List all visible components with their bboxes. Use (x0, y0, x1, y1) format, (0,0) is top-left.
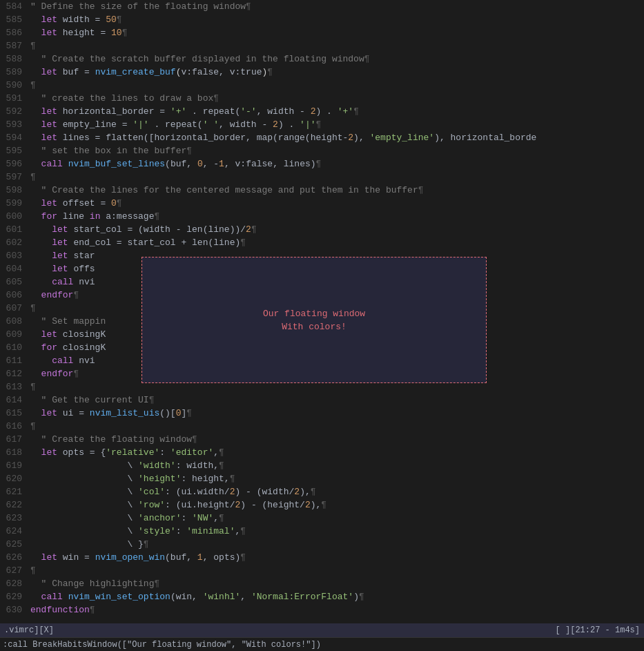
code-line: 586 let height = 10¶ (0, 26, 644, 39)
code-segment: ¶ (240, 552, 246, 563)
code-line: 584" Define the size of the floating win… (0, 0, 644, 13)
code-segment: ¶ (186, 146, 192, 156)
code-segment: 'width' (138, 460, 176, 471)
code-segment (30, 552, 41, 563)
line-content: " create the lines to draw a box¶ (28, 92, 644, 105)
code-segment: ), (353, 133, 369, 143)
code-segment (30, 159, 41, 169)
code-segment: buf = (57, 67, 95, 77)
code-segment: let (41, 28, 57, 38)
code-segment: ) . (316, 106, 338, 117)
code-segment: ) - (width/ (235, 487, 294, 497)
line-content: ¶ (28, 420, 644, 433)
code-segment (30, 106, 41, 117)
code-segment: ¶ (30, 41, 36, 51)
code-segment (30, 277, 52, 287)
code-segment: ¶ (117, 14, 122, 25)
code-segment (30, 342, 41, 353)
code-segment: ¶ (30, 421, 36, 431)
code-segment: ¶ (149, 395, 155, 405)
line-number: 614 (0, 393, 28, 407)
code-segment: 0 (197, 159, 203, 169)
code-line: 618 let opts = {'relative': 'editor',¶ (0, 446, 644, 459)
code-segment: let (41, 552, 57, 563)
code-segment: nvi (73, 277, 95, 287)
code-segment: " Create the floating window (41, 434, 192, 445)
line-number: 602 (0, 236, 28, 249)
code-segment: ui = (57, 408, 90, 418)
line-number: 593 (0, 118, 28, 131)
code-segment: , - (203, 159, 219, 169)
code-segment: . repeat( (186, 106, 240, 117)
code-segment: . repeat( (149, 119, 203, 130)
code-segment: ' ' (203, 119, 219, 130)
code-segment: height = (57, 28, 111, 38)
code-segment (63, 159, 68, 169)
code-segment: " Create the scratch buffer displayed in… (41, 54, 364, 64)
code-segment: let (41, 198, 57, 208)
code-segment: (win, (170, 592, 203, 602)
code-line: 623 \ 'anchor': 'NW',¶ (0, 512, 644, 525)
line-number: 618 (0, 446, 28, 459)
line-content: \ 'width': width,¶ (28, 459, 644, 472)
code-segment: endfunction (30, 605, 90, 615)
line-number: 617 (0, 433, 28, 446)
code-segment: call (52, 277, 73, 287)
code-segment: , width - (257, 106, 311, 117)
code-segment: 2 (348, 133, 353, 143)
code-segment: ), horizontal_borde (434, 133, 536, 143)
code-segment: ) - (height/ (240, 500, 305, 510)
code-segment: empty_line = (57, 119, 133, 130)
code-line: 625 \ }¶ (0, 538, 644, 551)
code-segment: let (52, 251, 68, 261)
code-line: 598 " Create the lines for the centered … (0, 184, 644, 197)
code-segment (30, 67, 41, 77)
code-segment: 2 (305, 500, 311, 510)
line-content: ¶ (28, 564, 644, 577)
code-segment: : (159, 447, 170, 458)
code-line: 617 " Create the floating window¶ (0, 433, 644, 446)
code-segment: : width, (176, 460, 219, 471)
code-line: 592 let horizontal_border = '+' . repeat… (0, 105, 644, 118)
line-number: 589 (0, 66, 28, 79)
code-segment: ¶ (73, 369, 79, 379)
code-segment (30, 224, 52, 235)
code-segment: \ (30, 474, 138, 484)
code-line: 601 let start_col = (width - len(line))/… (0, 223, 644, 236)
line-number: 627 (0, 564, 28, 577)
code-segment (30, 369, 41, 379)
line-number: 608 (0, 315, 28, 328)
line-number: 596 (0, 157, 28, 171)
code-segment: : height, (181, 474, 229, 484)
code-segment: ¶ (186, 408, 192, 418)
code-segment: ¶ (154, 579, 159, 589)
code-segment: : (ui.height/ (165, 500, 235, 510)
code-line: 602 let end_col = start_col + len(line)¶ (0, 236, 644, 249)
code-segment (30, 146, 41, 156)
code-segment: : (ui.width/ (165, 487, 230, 497)
code-segment: : (176, 526, 187, 536)
code-segment: " Get the current UI (41, 395, 149, 405)
line-number: 597 (0, 171, 28, 184)
line-number: 616 (0, 420, 28, 433)
float-text-1: Our floating window (263, 309, 365, 319)
line-content: " Define the size of the floating window… (28, 0, 644, 13)
code-segment: , opts) (203, 552, 241, 563)
code-segment: 'relative' (106, 447, 159, 458)
line-number: 605 (0, 275, 28, 289)
code-segment: ¶ (144, 539, 149, 550)
code-segment (30, 14, 41, 25)
line-content: " Change highlighting¶ (28, 577, 644, 590)
code-segment: nvim_list_uis (90, 408, 159, 418)
code-segment: '|' (300, 119, 315, 130)
line-number: 587 (0, 39, 28, 52)
code-segment: 1 (219, 159, 224, 169)
code-segment: 2 (311, 106, 316, 117)
code-segment: ¶ (364, 54, 370, 64)
code-segment: nvim_create_buf (95, 67, 176, 77)
code-line: 596 call nvim_buf_set_lines(buf, 0, -1, … (0, 157, 644, 171)
line-content: call nvim_win_set_option(win, 'winhl', '… (28, 590, 644, 603)
code-line: 630endfunction¶ (0, 603, 644, 616)
code-segment: opts = { (57, 447, 106, 458)
code-segment: ¶ (219, 513, 224, 523)
